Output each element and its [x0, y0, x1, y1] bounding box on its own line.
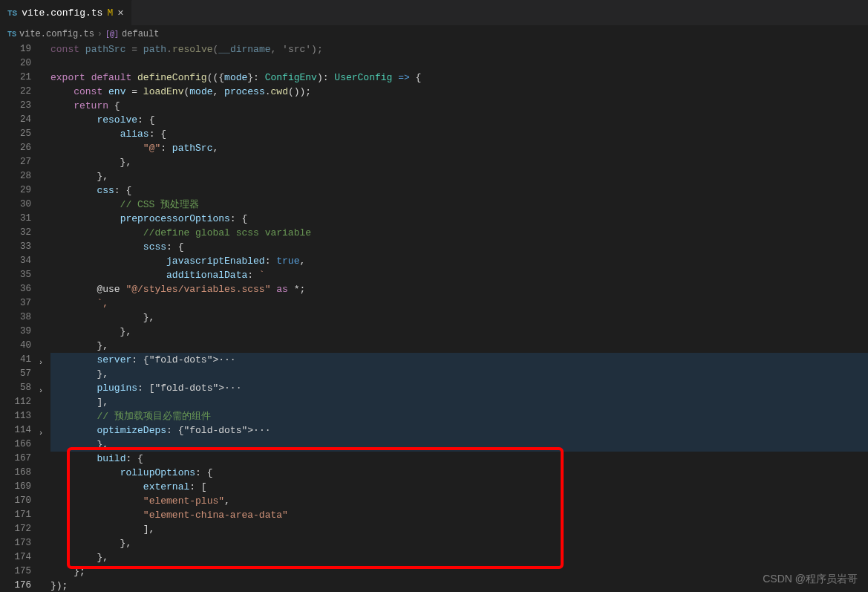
- line-number: 33: [0, 240, 31, 254]
- code-line[interactable]: ],: [50, 522, 868, 536]
- code-line[interactable]: preprocessorOptions: {: [50, 212, 868, 226]
- tab-filename: vite.config.ts: [22, 7, 102, 19]
- line-number: 36: [0, 282, 31, 296]
- fold-chevron-icon[interactable]: ›: [39, 384, 43, 398]
- code-line[interactable]: },: [50, 169, 868, 183]
- fold-chevron-icon[interactable]: ›: [39, 356, 43, 370]
- line-number: 23: [0, 99, 31, 113]
- line-number: 20: [0, 56, 31, 71]
- line-number: 172: [0, 522, 31, 536]
- code-line[interactable]: },: [50, 438, 868, 452]
- fold-column: ›››: [34, 42, 45, 592]
- tab-bar: TS vite.config.ts M ×: [0, 0, 868, 26]
- line-number: 58: [0, 381, 31, 395]
- line-number: 35: [0, 268, 31, 282]
- code-line[interactable]: },: [50, 550, 868, 565]
- breadcrumb-file: vite.config.ts: [19, 29, 94, 39]
- code-line[interactable]: external: [: [50, 480, 868, 494]
- line-number: 57: [0, 367, 31, 381]
- line-number: 27: [0, 155, 31, 169]
- line-number: 29: [0, 183, 31, 198]
- line-number: 25: [0, 127, 31, 141]
- tab-close-button[interactable]: ×: [117, 7, 123, 19]
- code-line[interactable]: return {: [50, 99, 868, 113]
- line-number-gutter: ››› 192021222324252627282930313233343536…: [0, 42, 45, 592]
- code-line[interactable]: });: [50, 579, 868, 592]
- code-line[interactable]: @use "@/styles/variables.scss" as *;: [50, 282, 868, 296]
- line-number: 40: [0, 339, 31, 353]
- code-line[interactable]: },: [50, 155, 868, 169]
- line-number: 38: [0, 310, 31, 325]
- line-number: 30: [0, 198, 31, 212]
- code-line[interactable]: },: [50, 367, 868, 381]
- code-line[interactable]: ],: [50, 395, 868, 409]
- code-line[interactable]: additionalData: `: [50, 268, 868, 282]
- code-line[interactable]: css: {: [50, 183, 868, 198]
- code-line[interactable]: },: [50, 310, 868, 325]
- typescript-icon: TS: [7, 30, 16, 39]
- line-number: 34: [0, 254, 31, 268]
- line-number: 113: [0, 409, 31, 423]
- code-line[interactable]: "element-china-area-data": [50, 508, 868, 522]
- line-number: 166: [0, 438, 31, 452]
- line-number: 21: [0, 71, 31, 85]
- code-line[interactable]: `,: [50, 296, 868, 310]
- code-line[interactable]: //define global scss variable: [50, 226, 868, 240]
- code-line[interactable]: },: [50, 536, 868, 550]
- tab-modified-indicator: M: [107, 7, 113, 19]
- code-line[interactable]: rollupOptions: {: [50, 466, 868, 480]
- editor-tab[interactable]: TS vite.config.ts M ×: [0, 0, 132, 25]
- line-number: 32: [0, 226, 31, 240]
- code-line[interactable]: server: {"fold-dots">···: [50, 353, 868, 367]
- line-number: 174: [0, 550, 31, 565]
- line-number: 169: [0, 480, 31, 494]
- line-number: 39: [0, 325, 31, 339]
- line-number: 22: [0, 85, 31, 99]
- typescript-icon: TS: [7, 9, 17, 18]
- breadcrumb[interactable]: TS vite.config.ts › [@] default: [0, 26, 868, 42]
- line-number: 112: [0, 395, 31, 409]
- fold-chevron-icon[interactable]: ›: [39, 426, 43, 440]
- code-line[interactable]: resolve: {: [50, 113, 868, 127]
- line-number: 28: [0, 169, 31, 183]
- line-number: 31: [0, 212, 31, 226]
- line-number: 168: [0, 466, 31, 480]
- code-line[interactable]: const pathSrc = path.resolve(__dirname, …: [50, 42, 868, 56]
- breadcrumb-separator: ›: [97, 29, 102, 39]
- line-number: 114: [0, 423, 31, 438]
- code-line[interactable]: // CSS 预处理器: [50, 198, 868, 212]
- code-line[interactable]: export default defineConfig(({mode}: Con…: [50, 71, 868, 85]
- code-line[interactable]: },: [50, 325, 868, 339]
- line-number: 176: [0, 579, 31, 592]
- code-line[interactable]: alias: {: [50, 127, 868, 141]
- line-number: 24: [0, 113, 31, 127]
- line-number: 170: [0, 494, 31, 508]
- line-number: 173: [0, 536, 31, 550]
- code-editor[interactable]: ››› 192021222324252627282930313233343536…: [0, 42, 868, 592]
- code-line[interactable]: scss: {: [50, 240, 868, 254]
- code-line[interactable]: [50, 56, 868, 71]
- code-line[interactable]: };: [50, 565, 868, 579]
- code-content[interactable]: const pathSrc = path.resolve(__dirname, …: [45, 42, 868, 592]
- code-line[interactable]: },: [50, 339, 868, 353]
- code-line[interactable]: "@": pathSrc,: [50, 141, 868, 155]
- code-line[interactable]: plugins: ["fold-dots">···: [50, 381, 868, 395]
- code-line[interactable]: "element-plus",: [50, 494, 868, 508]
- line-number: 41: [0, 353, 31, 367]
- code-line[interactable]: build: {: [50, 452, 868, 466]
- symbol-icon: [@]: [105, 30, 119, 39]
- code-line[interactable]: // 预加载项目必需的组件: [50, 409, 868, 423]
- line-number: 171: [0, 508, 31, 522]
- code-line[interactable]: const env = loadEnv(mode, process.cwd())…: [50, 85, 868, 99]
- line-number: 26: [0, 141, 31, 155]
- code-line[interactable]: javascriptEnabled: true,: [50, 254, 868, 268]
- line-number: 167: [0, 452, 31, 466]
- line-number: 19: [0, 42, 31, 56]
- line-number: 37: [0, 296, 31, 310]
- breadcrumb-symbol: default: [122, 29, 159, 39]
- line-number: 175: [0, 565, 31, 579]
- code-line[interactable]: optimizeDeps: {"fold-dots">···: [50, 423, 868, 438]
